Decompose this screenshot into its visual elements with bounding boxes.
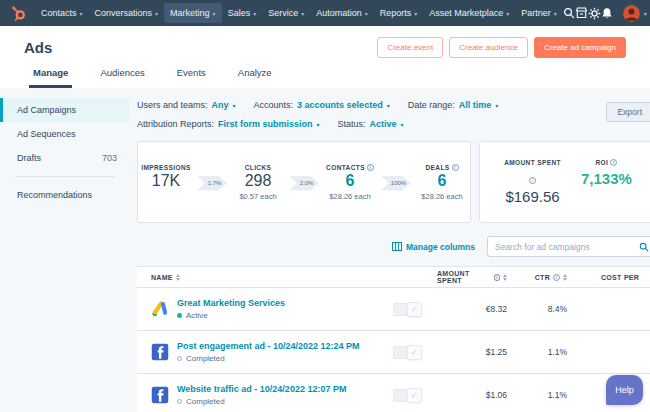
column-label: NAME — [151, 274, 173, 281]
sidebar-item-recommendations[interactable]: Recommendations — [0, 183, 129, 207]
campaign-toggle[interactable]: ✓ — [393, 302, 422, 317]
stat-value: 17K — [138, 172, 194, 190]
create-event-button[interactable]: Create event — [377, 37, 443, 58]
info-icon[interactable]: i — [610, 159, 617, 166]
filter-value[interactable]: Active — [370, 119, 397, 129]
facebook-icon — [151, 386, 169, 404]
nav-item-partner[interactable]: Partner▾ — [515, 3, 563, 23]
filter-users-teams[interactable]: Users and teams: Any ▾ — [137, 100, 236, 110]
amount-spent-value: €8.32 — [437, 304, 507, 314]
status-dot-completed — [177, 356, 182, 361]
filter-value[interactable]: Any — [212, 100, 229, 110]
stat-sub: $28.26 each — [414, 192, 470, 201]
create-audience-button[interactable]: Create audience — [449, 37, 528, 58]
sidebar-item-drafts[interactable]: Drafts703 — [0, 146, 129, 170]
nav-item-reports[interactable]: Reports▾ — [374, 3, 424, 23]
chevron-down-icon: ▾ — [387, 102, 390, 109]
search-input[interactable] — [495, 242, 639, 252]
table-row: Website traffic ad - 10/24/2022 12:07 PM… — [137, 374, 650, 412]
filter-attribution-reports[interactable]: Attribution Reports: First form submissi… — [137, 119, 320, 129]
nav-item-conversations[interactable]: Conversations▾ — [89, 3, 165, 23]
info-icon[interactable]: i — [553, 274, 560, 281]
info-icon[interactable]: i — [452, 164, 459, 171]
campaign-link[interactable]: Great Marketing Services — [177, 298, 285, 308]
ctr-value: 1.1% — [507, 390, 567, 400]
filter-date-range[interactable]: Date range: All time ▾ — [408, 100, 499, 110]
filter-status[interactable]: Status: Active ▾ — [338, 119, 404, 129]
filter-value[interactable]: First form submission — [218, 119, 313, 129]
stat-sub: $0.57 each — [230, 192, 286, 201]
campaign-link[interactable]: Website traffic ad - 10/24/2022 12:07 PM — [177, 384, 346, 394]
status-dot-completed — [177, 399, 182, 404]
stat-value: 6 — [414, 172, 470, 190]
nav-label: Partner — [521, 8, 551, 18]
stat-sub: $28.26 each — [322, 192, 378, 201]
search-icon[interactable] — [563, 4, 575, 22]
filter-accounts[interactable]: Accounts: 3 accounts selected ▾ — [254, 100, 390, 110]
export-button[interactable]: Export — [606, 102, 650, 122]
page-title: Ads — [24, 39, 52, 56]
main-panel: Users and teams: Any ▾ Accounts: 3 accou… — [129, 88, 650, 412]
stat-value: $169.56 — [504, 188, 561, 205]
filter-value[interactable]: 3 accounts selected — [297, 100, 383, 110]
create-ad-campaign-button[interactable]: Create ad campaign — [534, 37, 626, 58]
tab-events[interactable]: Events — [173, 67, 210, 88]
sidebar-item-label: Ad Campaigns — [17, 105, 76, 115]
top-nav: Contacts▾ Conversations▾ Marketing▾ Sale… — [0, 0, 650, 26]
chevron-down-icon: ▾ — [554, 10, 557, 17]
campaign-link[interactable]: Post engagement ad - 10/24/2022 12:24 PM — [177, 341, 360, 351]
campaign-toggle[interactable]: ✓ — [393, 345, 422, 360]
info-icon[interactable]: i — [494, 274, 500, 281]
column-label: COST PER — [601, 274, 639, 281]
nav-item-sales[interactable]: Sales▾ — [222, 3, 263, 23]
nav-item-contacts[interactable]: Contacts▾ — [35, 3, 89, 23]
nav-item-automation[interactable]: Automation▾ — [310, 3, 374, 23]
search-icon[interactable] — [639, 242, 649, 252]
gear-icon[interactable] — [588, 4, 601, 22]
conversion-arrow: 1.7% — [197, 176, 227, 191]
bell-icon[interactable] — [601, 4, 613, 22]
column-header-amount-spent[interactable]: AMOUNT SPENT i — [437, 270, 507, 284]
nav-item-service[interactable]: Service▾ — [262, 3, 310, 23]
column-label: CTR — [535, 274, 550, 281]
manage-columns-link[interactable]: Manage columns — [392, 242, 475, 252]
nav-label: Reports — [380, 8, 412, 18]
campaign-toggle[interactable]: ✓ — [393, 388, 422, 403]
nav-item-asset-marketplace[interactable]: Asset Marketplace▾ — [423, 3, 515, 23]
nav-label: Asset Marketplace — [429, 8, 503, 18]
status-dot-active — [177, 313, 182, 318]
chevron-down-icon[interactable]: ▾ — [644, 10, 647, 17]
stat-value: 7,133% — [581, 170, 632, 187]
chevron-down-icon: ▾ — [401, 121, 404, 128]
nav-label: Service — [268, 8, 298, 18]
sidebar-item-ad-campaigns[interactable]: Ad Campaigns — [0, 98, 129, 122]
chevron-down-icon: ▾ — [506, 10, 509, 17]
avatar[interactable] — [623, 5, 640, 22]
amount-spent-value: $1.06 — [437, 390, 507, 400]
info-icon[interactable]: i — [367, 164, 374, 171]
sidebar-item-label: Drafts — [17, 153, 41, 163]
help-button[interactable]: Help — [606, 375, 643, 405]
filter-value[interactable]: All time — [459, 100, 492, 110]
tab-audiences[interactable]: Audiences — [96, 67, 148, 88]
column-header-cost-per[interactable]: COST PER — [567, 274, 650, 281]
columns-icon — [392, 242, 402, 251]
chevron-down-icon: ▾ — [253, 10, 256, 17]
nav-item-marketing[interactable]: Marketing▾ — [164, 3, 222, 23]
sidebar-item-ad-sequences[interactable]: Ad Sequences — [0, 122, 129, 146]
marketplace-icon[interactable] — [575, 4, 588, 22]
filter-label: Accounts: — [254, 100, 294, 110]
info-icon[interactable]: i — [529, 177, 536, 184]
column-header-ctr[interactable]: CTR i — [507, 274, 567, 281]
google-ads-icon — [151, 300, 169, 318]
column-header-name[interactable]: NAME — [137, 274, 377, 281]
hubspot-logo[interactable] — [10, 5, 27, 22]
tab-manage[interactable]: Manage — [29, 67, 72, 88]
stat-label: AMOUNT SPENT — [504, 159, 561, 166]
status-label: Active — [186, 311, 208, 320]
check-icon: ✓ — [407, 345, 422, 360]
status-label: Completed — [186, 397, 225, 406]
filter-label: Status: — [338, 119, 366, 129]
table-controls: Manage columns — [137, 236, 650, 257]
tab-analyze[interactable]: Analyze — [234, 67, 276, 88]
